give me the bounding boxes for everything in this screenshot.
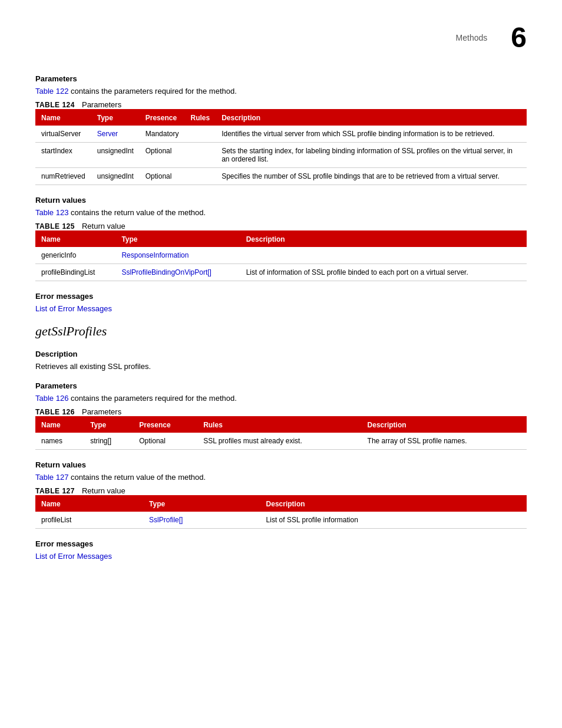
return-values-intro: Table 123 contains the return value of t… bbox=[35, 208, 527, 217]
col-type: Type bbox=[143, 496, 260, 512]
col-presence: Presence bbox=[140, 110, 185, 126]
return-values-section: Return values Table 123 contains the ret… bbox=[35, 196, 527, 281]
table127-link[interactable]: Table 127 bbox=[35, 473, 68, 482]
table-row: startIndex unsignedInt Optional Sets the… bbox=[35, 143, 527, 168]
table127-label: TABLE 127 bbox=[35, 487, 75, 495]
table125-caption: Return value bbox=[82, 222, 125, 230]
return-values-intro-text2: contains the return value of the method. bbox=[71, 473, 206, 482]
table-row: virtualServer Server Mandatory Identifie… bbox=[35, 126, 527, 143]
cell-type: unsignedInt bbox=[91, 168, 140, 185]
cell-description: List of information of SSL profile binde… bbox=[240, 264, 527, 281]
col-description: Description bbox=[362, 417, 527, 433]
table124: Name Type Presence Rules Description vir… bbox=[35, 110, 527, 185]
table124-caption: Parameters bbox=[82, 100, 121, 109]
cell-rules: SSL profiles must already exist. bbox=[197, 433, 361, 450]
chapter-label: Methods bbox=[456, 33, 488, 42]
col-presence: Presence bbox=[133, 417, 197, 433]
cell-name: names bbox=[35, 433, 84, 450]
cell-name: profileBindingList bbox=[35, 264, 115, 281]
table127-header-row: Name Type Description bbox=[35, 496, 527, 512]
return-values-heading: Return values bbox=[35, 196, 527, 205]
cell-type: ResponseInformation bbox=[115, 247, 240, 264]
parameters-intro: Table 122 contains the parameters requir… bbox=[35, 87, 527, 95]
table126-title: TABLE 126 Parameters bbox=[35, 407, 527, 416]
chapter-number: 6 bbox=[511, 24, 527, 52]
parameters-section: Parameters Table 122 contains the parame… bbox=[35, 74, 527, 185]
col-description: Description bbox=[216, 110, 527, 126]
table126: Name Type Presence Rules Description nam… bbox=[35, 417, 527, 450]
error-messages-link1[interactable]: List of Error Messages bbox=[35, 304, 112, 313]
return-values-heading2: Return values bbox=[35, 460, 527, 469]
col-type: Type bbox=[91, 110, 140, 126]
cell-description: Identifies the virtual server from which… bbox=[216, 126, 527, 143]
col-type: Type bbox=[115, 232, 240, 247]
cell-description: List of SSL profile information bbox=[260, 512, 527, 529]
cell-rules bbox=[184, 143, 216, 168]
col-description: Description bbox=[240, 232, 527, 247]
cell-name: startIndex bbox=[35, 143, 91, 168]
return-values-section2: Return values Table 127 contains the ret… bbox=[35, 460, 527, 529]
table127-caption: Return value bbox=[82, 486, 125, 495]
cell-description: Specifies the number of SSL profile bind… bbox=[216, 168, 527, 185]
table122-link[interactable]: Table 122 bbox=[35, 87, 68, 95]
parameters-heading2: Parameters bbox=[35, 381, 527, 390]
col-rules: Rules bbox=[197, 417, 361, 433]
table127-title: TABLE 127 Return value bbox=[35, 486, 527, 495]
cell-presence: Mandatory bbox=[140, 126, 185, 143]
table125-label: TABLE 125 bbox=[35, 222, 75, 230]
error-messages-section2: Error messages List of Error Messages bbox=[35, 539, 527, 561]
cell-description: The array of SSL profile names. bbox=[362, 433, 527, 450]
table124-label: TABLE 124 bbox=[35, 101, 75, 109]
cell-rules bbox=[184, 126, 216, 143]
cell-type: string[] bbox=[84, 433, 133, 450]
cell-type: SslProfileBindingOnVipPort[] bbox=[115, 264, 240, 281]
col-name: Name bbox=[35, 232, 115, 247]
description-heading: Description bbox=[35, 350, 527, 358]
parameters-intro-text2: contains the parameters required for the… bbox=[71, 394, 237, 403]
col-name: Name bbox=[35, 417, 84, 433]
ssl-profile-list-link[interactable]: SslProfile[] bbox=[149, 516, 183, 524]
table125: Name Type Description genericInfo Respon… bbox=[35, 232, 527, 281]
table127: Name Type Description profileList SslPro… bbox=[35, 496, 527, 529]
table126-label: TABLE 126 bbox=[35, 408, 75, 416]
return-values-intro-text: contains the return value of the method. bbox=[71, 208, 206, 217]
server-type-link[interactable]: Server bbox=[97, 130, 118, 138]
table-row: numRetrieved unsignedInt Optional Specif… bbox=[35, 168, 527, 185]
error-messages-section1: Error messages List of Error Messages bbox=[35, 292, 527, 313]
table-row: names string[] Optional SSL profiles mus… bbox=[35, 433, 527, 450]
cell-name: virtualServer bbox=[35, 126, 91, 143]
cell-type: Server bbox=[91, 126, 140, 143]
table-row: genericInfo ResponseInformation bbox=[35, 247, 527, 264]
parameters-heading: Parameters bbox=[35, 74, 527, 83]
table124-title: TABLE 124 Parameters bbox=[35, 100, 527, 109]
description-section: Description Retrieves all existing SSL p… bbox=[35, 350, 527, 371]
col-type: Type bbox=[84, 417, 133, 433]
parameters-intro-text: contains the parameters required for the… bbox=[71, 87, 237, 95]
col-rules: Rules bbox=[184, 110, 216, 126]
error-messages-heading2: Error messages bbox=[35, 539, 527, 548]
col-name: Name bbox=[35, 496, 143, 512]
page-header: Methods 6 bbox=[35, 24, 527, 57]
ssl-profile-binding-link[interactable]: SslProfileBindingOnVipPort[] bbox=[121, 268, 211, 276]
cell-presence: Optional bbox=[140, 143, 185, 168]
table125-title: TABLE 125 Return value bbox=[35, 222, 527, 230]
table-row: profileList SslProfile[] List of SSL pro… bbox=[35, 512, 527, 529]
error-messages-link2[interactable]: List of Error Messages bbox=[35, 552, 112, 561]
method-title: getSslProfiles bbox=[35, 324, 527, 339]
error-messages-heading1: Error messages bbox=[35, 292, 527, 301]
cell-description bbox=[240, 247, 527, 264]
table126-header-row: Name Type Presence Rules Description bbox=[35, 417, 527, 433]
table123-link[interactable]: Table 123 bbox=[35, 208, 68, 217]
cell-name: numRetrieved bbox=[35, 168, 91, 185]
col-description: Description bbox=[260, 496, 527, 512]
return-values-intro2: Table 127 contains the return value of t… bbox=[35, 473, 527, 482]
table126-link[interactable]: Table 126 bbox=[35, 394, 68, 403]
cell-name: profileList bbox=[35, 512, 143, 529]
col-name: Name bbox=[35, 110, 91, 126]
parameters-section2: Parameters Table 126 contains the parame… bbox=[35, 381, 527, 450]
cell-description: Sets the starting index, for labeling bi… bbox=[216, 143, 527, 168]
table-row: profileBindingList SslProfileBindingOnVi… bbox=[35, 264, 527, 281]
response-info-link[interactable]: ResponseInformation bbox=[121, 251, 189, 259]
cell-type: SslProfile[] bbox=[143, 512, 260, 529]
parameters-intro2: Table 126 contains the parameters requir… bbox=[35, 394, 527, 403]
